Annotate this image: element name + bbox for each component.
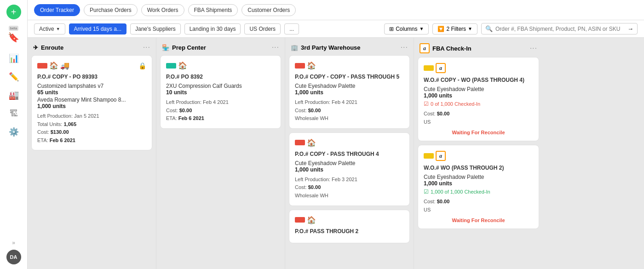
column-title-3p: 🏢 3rd Party Warehouse	[291, 44, 361, 51]
card-po-3p-2: P.O.# COPY - PASS THROUGH 4	[295, 151, 404, 157]
janes-suppliers-btn[interactable]: Jane's Suppliers	[130, 23, 181, 34]
card-prep-1[interactable]: 🏠 P.O.# PO 8392 2XU Compression Calf Gua…	[160, 55, 281, 129]
tab-purchase-orders[interactable]: Purchase Orders	[84, 4, 138, 16]
column-header-prep: 🏪 Prep Center ···	[156, 38, 285, 55]
card-enroute-1[interactable]: 🏠 🚚 🔒 P.O.# COPY - PO 89393 Customized l…	[31, 55, 152, 150]
expand-icon[interactable]: »	[12, 240, 15, 246]
tag-red	[295, 217, 305, 223]
column-cards-3p: 🏠 P.O.# COPY - COPY - PASS THROUGH 5 Cut…	[285, 55, 414, 269]
card-header-enroute-1: 🏠 🚚 🔒	[37, 61, 146, 70]
tab-work-orders[interactable]: Work Orders	[141, 4, 184, 16]
tag-red	[295, 140, 305, 145]
filter-icon: 🔽	[437, 26, 444, 32]
sidebar-item-warehouse[interactable]: 🏭	[6, 87, 22, 103]
more-filters-btn[interactable]: ...	[284, 23, 299, 34]
sidebar: + beta 🔖 📊 ✏️ 🏭 🏗 ⚙️ » DA	[0, 0, 28, 269]
search-arrow-icon: →	[627, 25, 633, 32]
card-3p-2[interactable]: 🏠 P.O.# COPY - PASS THROUGH 4 Cute Eyesh…	[289, 132, 410, 206]
card-details-fba-1: Cost: $0.00 US	[424, 110, 533, 126]
tab-order-tracker[interactable]: Order Tracker	[34, 4, 80, 16]
card-wo-fba-2: W.O.# WO (PASS THROUGH 2)	[424, 165, 533, 171]
column-title-enroute: ✈ Enroute	[33, 44, 63, 51]
lock-icon: 🔒	[138, 62, 146, 69]
warehouse-icon: 🏠	[307, 61, 316, 70]
landing-filter-btn[interactable]: Landing in 30 days	[184, 23, 241, 34]
filters-btn[interactable]: 🔽 2 Filters ▼	[432, 23, 477, 34]
add-button[interactable]: +	[6, 5, 21, 19]
card-3p-3[interactable]: 🏠 P.O.# PASS THROUGH 2	[289, 210, 410, 243]
kanban-board: ✈ Enroute ··· 🏠 🚚 🔒 P.O.#	[28, 38, 644, 269]
card-fba-1[interactable]: a W.O.# COPY - WO (PASS THROUGH 4) Cute …	[418, 57, 539, 141]
column-fba: a FBA Check-In ··· a W.O.# COPY - WO (PA…	[414, 38, 543, 269]
column-enroute: ✈ Enroute ··· 🏠 🚚 🔒 P.O.#	[28, 38, 156, 269]
card-fba-2[interactable]: a W.O.# WO (PASS THROUGH 2) Cute Eyeshad…	[418, 145, 539, 229]
column-title-prep: 🏪 Prep Center	[162, 44, 206, 51]
column-header-3p: 🏢 3rd Party Warehouse ···	[285, 38, 414, 55]
column-menu-3p[interactable]: ···	[401, 43, 408, 52]
sidebar-item-settings[interactable]: ⚙️	[6, 124, 22, 140]
avatar[interactable]: DA	[6, 250, 21, 264]
card-tags: a	[424, 63, 446, 73]
card-tags: a	[424, 151, 446, 161]
warehouse-icon: 🏠	[49, 61, 58, 70]
column-menu-prep[interactable]: ···	[272, 43, 279, 52]
tag-red	[295, 63, 305, 69]
main-area: Order Tracker Purchase Orders Work Order…	[28, 0, 644, 269]
sidebar-item-dashboard[interactable]: 📊	[6, 50, 22, 67]
checkbox-icon: ☑	[424, 189, 429, 195]
card-product-2: Aveda Rosemary Mint Shampoo 8... 1,000 u…	[37, 97, 146, 109]
card-product-3p-2: Cute Eyeshadow Palette 1,000 units	[295, 160, 404, 173]
card-tags: 🏠 🚚	[37, 61, 69, 70]
column-cards-prep: 🏠 P.O.# PO 8392 2XU Compression Calf Gua…	[156, 55, 285, 269]
tag-teal	[166, 63, 176, 69]
tag-red	[37, 63, 47, 69]
column-header-fba: a FBA Check-In ···	[414, 38, 543, 57]
amazon-logo-icon: a	[420, 43, 430, 53]
us-orders-btn[interactable]: US Orders	[244, 23, 281, 34]
store-icon: 🏪	[162, 44, 169, 51]
columns-chevron: ▼	[420, 26, 424, 31]
tab-fba-shipments[interactable]: FBA Shipments	[188, 4, 238, 16]
card-tags: 🏠	[295, 61, 316, 70]
sidebar-bottom: » DA	[6, 240, 21, 264]
card-product-prep-1: 2XU Compression Calf Guards 10 units	[166, 83, 275, 96]
tab-customer-orders[interactable]: Customer Orders	[242, 4, 296, 16]
card-po-prep-1: P.O.# PO 8392	[166, 74, 275, 80]
sidebar-item-factory[interactable]: 🏗	[6, 105, 22, 122]
card-3p-1[interactable]: 🏠 P.O.# COPY - COPY - PASS THROUGH 5 Cut…	[289, 55, 410, 129]
building-icon: 🏢	[291, 44, 298, 51]
checked-in-row-fba-2: ☑ 1,000 of 1,000 Checked-In	[424, 189, 533, 195]
filter-chevron: ▼	[468, 26, 472, 31]
card-header-prep-1: 🏠	[166, 61, 275, 70]
arrived-filter-btn[interactable]: Arrived 15 days a...	[69, 23, 126, 34]
truck-icon: 🚚	[60, 61, 69, 70]
card-details-3p-2: Left Production: Feb 3 2021 Cost: $0.00 …	[295, 176, 404, 200]
search-box[interactable]: 🔍 →	[481, 23, 638, 34]
column-header-enroute: ✈ Enroute ···	[28, 38, 156, 55]
card-header-fba-2: a	[424, 151, 533, 161]
columns-btn[interactable]: ⊞ Columns ▼	[384, 23, 429, 34]
column-cards-enroute: 🏠 🚚 🔒 P.O.# COPY - PO 89393 Customized l…	[28, 55, 156, 269]
card-header-3p-2: 🏠	[295, 138, 404, 147]
column-menu-enroute[interactable]: ···	[143, 43, 150, 52]
search-input[interactable]	[495, 26, 625, 32]
column-prep-center: 🏪 Prep Center ··· 🏠 P.O.# PO 8392 2XU	[156, 38, 285, 269]
logo-area: beta 🔖	[8, 26, 19, 43]
card-header-3p-3: 🏠	[295, 216, 404, 224]
sidebar-item-edit[interactable]: ✏️	[6, 69, 22, 85]
beta-badge: beta	[9, 26, 19, 31]
card-details-fba-2: Cost: $0.00 US	[424, 198, 533, 214]
card-product-3p-1: Cute Eyeshadow Palette 1,000 units	[295, 83, 404, 96]
topnav: Order Tracker Purchase Orders Work Order…	[28, 0, 644, 20]
card-details-3p-1: Left Production: Feb 4 2021 Cost: $0.00 …	[295, 98, 404, 123]
card-wo-fba-1: W.O.# COPY - WO (PASS THROUGH 4)	[424, 77, 533, 83]
tag-yellow	[424, 153, 434, 159]
waiting-reconcile-fba-2: Waiting For Reconcile	[424, 217, 533, 223]
column-title-fba: a FBA Check-In	[420, 43, 472, 53]
column-menu-fba[interactable]: ···	[530, 44, 537, 52]
warehouse-icon: 🏠	[178, 61, 187, 70]
card-product-fba-1: Cute Eyeshadow Palette 1,000 units	[424, 86, 533, 99]
plane-icon: ✈	[33, 44, 38, 51]
amazon-tag-icon: a	[436, 151, 446, 161]
active-filter-btn[interactable]: Active ▼	[34, 23, 65, 34]
